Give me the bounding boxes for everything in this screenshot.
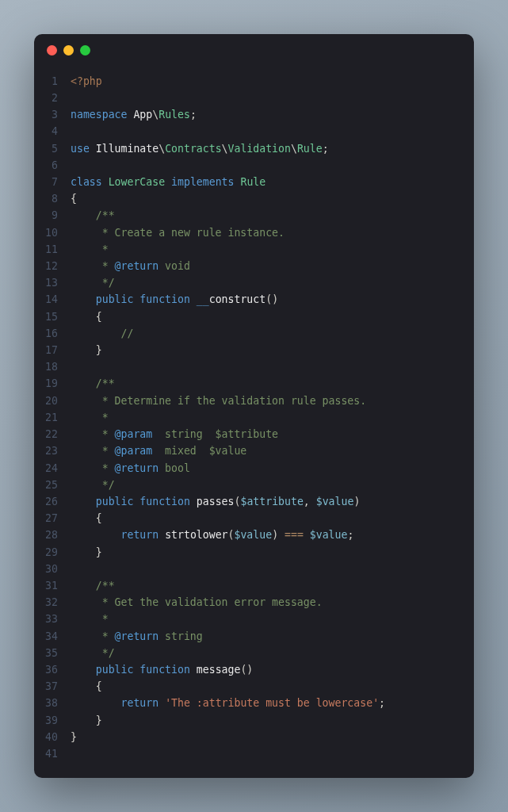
token-fn: strtolower [165,529,227,541]
code-line: 10 * Create a new rule instance. [34,224,474,241]
token-tag: <?php [71,75,102,87]
token-punct: } [71,546,102,558]
token-cls: Contracts [165,143,221,155]
code-line: 1<?php [34,73,474,90]
token-ns [159,697,165,709]
token-kw: function [139,664,190,676]
code-content: { [71,190,77,207]
line-number: 39 [34,712,71,729]
token-kw: function [139,496,190,508]
code-line: 22 * @param string $attribute [34,426,474,442]
code-content: namespace App\Rules; [71,106,197,123]
code-line: 20 * Determine if the validation rule pa… [34,393,474,409]
code-line: 14 public function __construct() [34,291,474,308]
code-line: 30 [34,561,474,577]
code-content: */ [71,274,115,291]
line-number: 16 [34,325,71,342]
code-line: 5use Illuminate\Contracts\Validation\Rul… [34,140,474,157]
token-punct: \ [159,143,165,155]
code-line: 29 } [34,544,474,561]
code-line: 11 * [34,241,474,258]
code-line: 33 * [34,611,474,627]
code-content: * [71,241,109,258]
token-punct: } [71,714,102,726]
code-area: 1<?php23namespace App\Rules;45use Illumi… [34,67,474,778]
token-comment: string [159,630,203,642]
code-line: 39 } [34,712,474,729]
code-line: 38 return 'The :attribute must be lowerc… [34,695,474,711]
token-doctag: @return [115,630,159,642]
token-ns [71,664,96,676]
token-ns [159,529,165,541]
line-number: 33 [34,611,71,627]
code-line: 34 * @return string [34,628,474,645]
token-kw: return [121,529,159,541]
code-line: 24 * @return bool [34,460,474,477]
token-punct: ; [190,109,197,121]
code-line: 26 public function passes($attribute, $v… [34,493,474,510]
token-doctag: @param [115,445,153,457]
token-cls: LowerCase [109,176,165,188]
code-line: 6 [34,157,474,174]
code-content: * Determine if the validation rule passe… [71,393,366,409]
token-comment: * [71,260,115,272]
token-punct: () [240,664,253,676]
token-comment: * [71,613,109,625]
token-ns [71,697,121,709]
minimize-icon[interactable] [63,45,74,56]
line-number: 2 [34,90,71,106]
token-cls: Rule [240,176,265,188]
token-punct: } [71,731,77,743]
token-ns [71,529,121,541]
token-kw: use [71,143,90,155]
code-content: * @param mixed $value [71,442,246,459]
line-number: 26 [34,493,71,510]
line-number: 18 [34,358,71,375]
line-number: 13 [34,274,71,291]
token-ns [71,496,96,508]
code-line: 17 } [34,342,474,358]
token-cls: Rules [159,109,190,121]
code-line: 41 [34,745,474,762]
token-ns [165,176,171,188]
token-punct: , [304,496,316,508]
code-content: * Get the validation error message. [71,594,323,611]
token-punct: } [71,344,102,356]
maximize-icon[interactable] [80,45,90,56]
token-punct: { [71,680,102,692]
line-number: 9 [34,207,71,224]
token-var: $value [234,529,272,541]
code-line: 3namespace App\Rules; [34,106,474,123]
token-punct: { [71,311,102,323]
token-fn: message [197,664,241,676]
line-number: 17 [34,342,71,358]
line-number: 38 [34,695,71,711]
line-number: 1 [34,73,71,90]
line-number: 10 [34,224,71,241]
code-content: } [71,729,77,745]
line-number: 8 [34,190,71,207]
code-content: public function __construct() [71,291,278,308]
line-number: 7 [34,174,71,190]
token-fn: construct [209,293,265,305]
token-cls: Validation [228,143,291,155]
token-comment: */ [71,277,115,289]
token-comment: string $attribute [152,428,278,440]
token-comment: * Get the validation error message. [71,596,323,608]
code-content: <?php [71,73,102,90]
token-comment: bool [159,462,190,474]
code-line: 40} [34,729,474,745]
code-content: { [71,308,102,325]
code-line: 7class LowerCase implements Rule [34,174,474,190]
token-var: $value [310,529,348,541]
token-comment: */ [71,647,115,659]
code-content: * @return bool [71,460,190,477]
line-number: 15 [34,308,71,325]
close-icon[interactable] [47,45,57,56]
line-number: 32 [34,594,71,611]
token-kw: __ [197,293,209,305]
line-number: 25 [34,477,71,493]
line-number: 29 [34,544,71,561]
token-kw: class [71,176,102,188]
line-number: 19 [34,375,71,392]
